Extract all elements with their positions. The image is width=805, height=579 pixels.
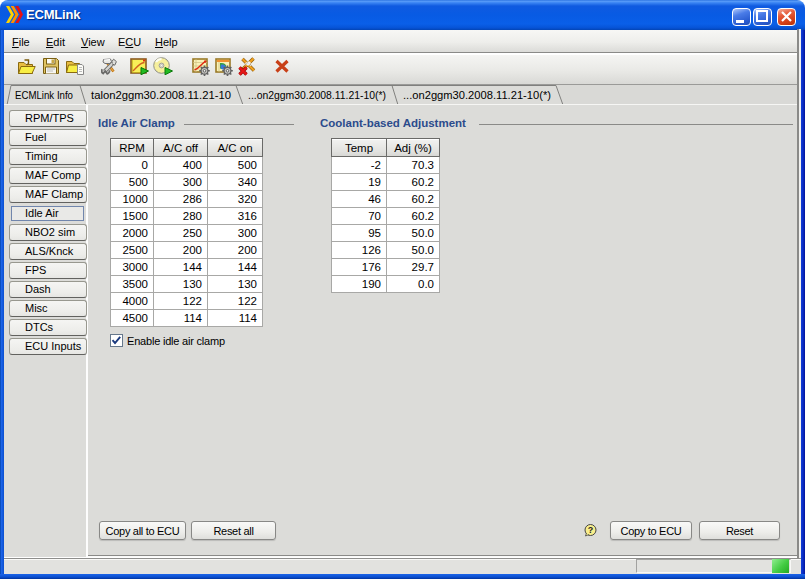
svg-text:...on2ggm30.2008.11.21-10(*): ...on2ggm30.2008.11.21-10(*) bbox=[403, 89, 551, 101]
svg-text:talon2ggm30.2008.11.21-10: talon2ggm30.2008.11.21-10 bbox=[91, 89, 231, 101]
svg-text:ECMLink Info: ECMLink Info bbox=[15, 89, 73, 101]
svg-text:...on2ggm30.2008.11.21-10(*): ...on2ggm30.2008.11.21-10(*) bbox=[248, 89, 386, 101]
svg-text:?: ? bbox=[588, 525, 594, 535]
